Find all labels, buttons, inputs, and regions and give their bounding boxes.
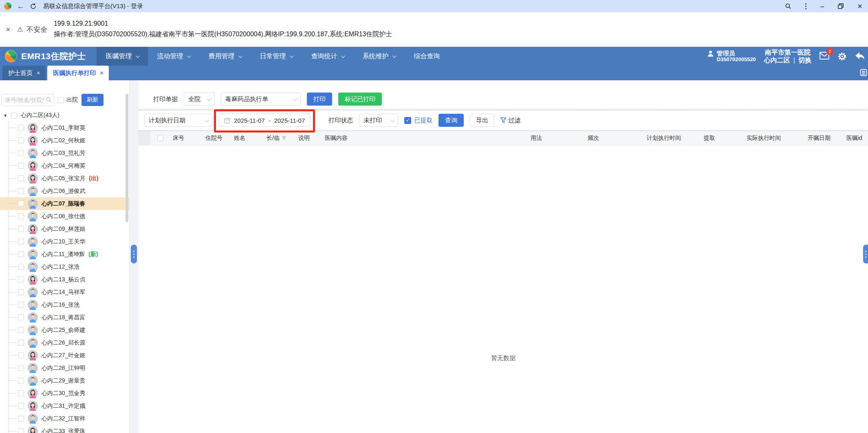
- patient-checkbox[interactable]: [18, 226, 24, 232]
- date-from[interactable]: 2025-11-07: [234, 117, 265, 124]
- mark-printed-button[interactable]: 标记已打印: [338, 93, 382, 106]
- patient-row[interactable]: 心内二11_潘坤辉(新): [0, 248, 129, 261]
- extracted-checkbox[interactable]: ✓: [404, 117, 411, 124]
- patient-row[interactable]: 心内二12_张浩: [0, 261, 129, 273]
- patient-row[interactable]: 心内二16_张洸: [0, 298, 129, 311]
- print-status-select[interactable]: 未打印: [359, 114, 398, 127]
- patient-checkbox[interactable]: [18, 289, 24, 295]
- url-text[interactable]: 199.9.129.21:9001: [54, 20, 392, 27]
- tab-order-exec-print[interactable]: 医嘱执行单打印 ×: [47, 66, 109, 80]
- patient-row[interactable]: 心内二05_张宝月(出): [0, 172, 129, 185]
- ward-root-node[interactable]: ▼ 心内二区(43人): [0, 109, 129, 122]
- patient-row[interactable]: 心内二03_范礼芳: [0, 147, 129, 159]
- patient-checkbox[interactable]: [18, 150, 24, 156]
- messages-button[interactable]: 2: [820, 52, 829, 61]
- patient-row[interactable]: 心内二09_林莲姐: [0, 223, 129, 235]
- patient-checkbox[interactable]: [18, 201, 24, 207]
- patient-row[interactable]: 心内二33_张爱珠: [0, 425, 129, 433]
- extracted-checkbox-group[interactable]: ✓ 已提取: [404, 117, 432, 124]
- patient-checkbox[interactable]: [18, 314, 24, 320]
- patient-row[interactable]: 心内二25_俞师建: [0, 324, 129, 336]
- patient-row[interactable]: 心内二14_马祥军: [0, 286, 129, 298]
- right-collapse-handle[interactable]: [863, 245, 868, 263]
- ward-checkbox[interactable]: [11, 113, 17, 119]
- tab-close-icon[interactable]: ×: [100, 70, 103, 76]
- patient-row[interactable]: 心内二06_游俊武: [0, 185, 129, 197]
- menu-item-2[interactable]: 费用管理: [199, 47, 251, 66]
- collapse-arrow-icon[interactable]: ▼: [3, 113, 7, 118]
- print-button[interactable]: 打印: [307, 93, 332, 106]
- minimize-icon[interactable]: –: [820, 3, 824, 10]
- collapse-handle[interactable]: [131, 245, 137, 263]
- filter-button[interactable]: 过滤: [500, 117, 520, 124]
- patient-row[interactable]: 心内二27_叶金姬: [0, 349, 129, 362]
- menu-item-3[interactable]: 日常管理: [251, 47, 302, 66]
- refresh-icon[interactable]: [30, 3, 37, 10]
- patient-checkbox[interactable]: [18, 365, 24, 371]
- patient-row[interactable]: 心内二07_陈瑞春: [0, 197, 129, 210]
- patient-row[interactable]: 心内二01_李财英: [0, 122, 129, 134]
- settings-gear-icon[interactable]: [837, 52, 847, 61]
- menu-item-4[interactable]: 查询统计: [302, 47, 353, 66]
- patient-checkbox[interactable]: [18, 188, 24, 194]
- patient-checkbox[interactable]: [18, 264, 24, 270]
- date-range-input[interactable]: 2025-11-07 - 2025-11-07: [219, 114, 310, 127]
- patient-row[interactable]: 心内二28_江钟明: [0, 362, 129, 374]
- patient-checkbox[interactable]: [18, 175, 24, 181]
- patient-row[interactable]: 心内二08_徐仕德: [0, 210, 129, 223]
- patient-checkbox[interactable]: [18, 352, 24, 358]
- select-all-checkbox[interactable]: [157, 135, 163, 141]
- patient-row[interactable]: 心内二30_范金秀: [0, 387, 129, 400]
- patient-checkbox[interactable]: [18, 251, 24, 257]
- restore-icon[interactable]: [838, 3, 844, 9]
- menu-item-1[interactable]: 流动管理: [148, 47, 199, 66]
- patient-row[interactable]: 心内二10_王关华: [0, 235, 129, 248]
- patient-checkbox[interactable]: [18, 239, 24, 245]
- patient-checkbox[interactable]: [18, 302, 24, 308]
- date-to[interactable]: 2025-11-07: [274, 117, 305, 124]
- column-filter-icon[interactable]: [282, 136, 286, 141]
- patient-checkbox[interactable]: [18, 163, 24, 169]
- search-icon[interactable]: [46, 97, 52, 103]
- patient-row[interactable]: 心内二31_许定娥: [0, 400, 129, 412]
- patient-checkbox[interactable]: [18, 428, 24, 433]
- menu-item-0[interactable]: 医嘱管理: [97, 47, 148, 66]
- exit-back-icon[interactable]: [855, 52, 865, 61]
- patient-checkbox[interactable]: [18, 125, 24, 131]
- patient-checkbox[interactable]: [18, 378, 24, 384]
- patient-checkbox[interactable]: [18, 390, 24, 396]
- patient-checkbox[interactable]: [18, 340, 24, 346]
- tab-list-icon[interactable]: [860, 69, 867, 76]
- patient-row[interactable]: 心内二26_邱长源: [0, 336, 129, 349]
- back-icon[interactable]: ←: [17, 3, 24, 10]
- patient-checkbox[interactable]: [18, 137, 24, 144]
- patient-row[interactable]: 心内二18_蒋昌富: [0, 311, 129, 324]
- patient-row[interactable]: 心内二02_何秋姬: [0, 134, 129, 147]
- patient-checkbox[interactable]: [18, 327, 24, 333]
- patient-row[interactable]: 心内二04_何梅英: [0, 159, 129, 172]
- patient-checkbox[interactable]: [18, 403, 24, 409]
- close-window-icon[interactable]: ×: [857, 2, 862, 10]
- zoom-search-icon[interactable]: [785, 3, 791, 9]
- discharge-checkbox[interactable]: [58, 97, 64, 103]
- doc-type-select[interactable]: 毒麻药品执行单: [221, 93, 301, 106]
- patient-row[interactable]: 心内二13_杨云贞: [0, 273, 129, 286]
- patient-row[interactable]: 心内二29_谢章贵: [0, 374, 129, 387]
- menu-item-5[interactable]: 系统维护: [353, 47, 405, 66]
- patient-checkbox[interactable]: [18, 276, 24, 283]
- panel-splitter[interactable]: [130, 80, 139, 433]
- menu-item-6[interactable]: 综合查询: [405, 47, 449, 66]
- patient-row[interactable]: 心内二32_江智祥: [0, 412, 129, 425]
- export-button[interactable]: 导出: [470, 114, 494, 127]
- tab-nurse-home[interactable]: 护士首页 ×: [2, 66, 46, 80]
- close-icon[interactable]: ×: [6, 25, 11, 34]
- plan-date-type-select[interactable]: 计划执行日期: [144, 114, 213, 127]
- security-warning[interactable]: ⚠ 不安全: [17, 25, 47, 34]
- refresh-button[interactable]: 刷新: [82, 94, 104, 106]
- switch-ward-button[interactable]: 切换: [798, 56, 811, 64]
- patient-checkbox[interactable]: [18, 415, 24, 422]
- patient-checkbox[interactable]: [18, 213, 24, 219]
- tab-close-icon[interactable]: ×: [37, 70, 40, 76]
- scope-select[interactable]: 全院: [184, 93, 215, 106]
- query-button[interactable]: 查询: [438, 114, 464, 127]
